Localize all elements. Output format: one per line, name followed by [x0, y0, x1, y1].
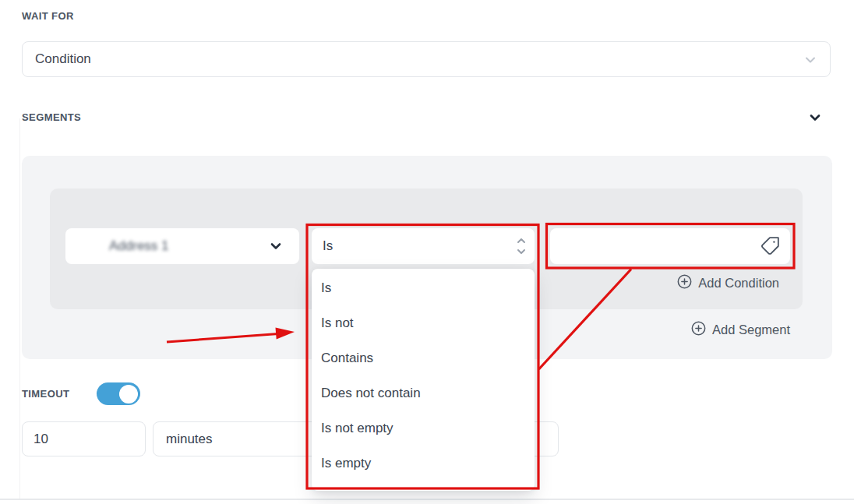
condition-value-field — [550, 228, 790, 264]
toggle-knob — [119, 385, 138, 404]
segments-label: SEGMENTS — [22, 111, 81, 123]
operator-option-does-not-contain[interactable]: Does not contain — [312, 375, 535, 411]
wait-for-selected-value: Condition — [35, 51, 91, 67]
condition-value-input[interactable] — [550, 228, 790, 264]
segments-collapse-chevron-down-icon[interactable] — [808, 111, 822, 128]
wait-for-select[interactable]: Condition — [22, 41, 831, 77]
plus-circle-icon — [691, 321, 706, 339]
operator-option-is-not[interactable]: Is not — [312, 305, 535, 340]
timeout-toggle[interactable] — [97, 382, 140, 405]
bottom-divider — [0, 499, 854, 500]
operator-option-is-empty[interactable]: Is empty — [312, 446, 535, 481]
tag-icon[interactable] — [759, 235, 781, 257]
section-left-border — [19, 118, 20, 499]
plus-circle-icon — [677, 274, 692, 292]
timeout-label: TIMEOUT — [22, 388, 69, 400]
add-condition-label: Add Condition — [698, 276, 779, 291]
timeout-value-input[interactable] — [23, 422, 145, 456]
wait-for-label: WAIT FOR — [22, 10, 74, 22]
timeout-unit-value: minutes — [166, 432, 213, 447]
operator-select[interactable]: Is — [312, 228, 535, 264]
operator-options-dropdown: Is Is not Contains Does not contain Is n… — [312, 269, 535, 491]
add-segment-button[interactable]: Add Segment — [691, 321, 790, 338]
operator-option-is[interactable]: Is — [312, 270, 535, 305]
add-condition-button[interactable]: Add Condition — [677, 274, 779, 291]
operator-option-contains[interactable]: Contains — [312, 340, 535, 375]
chevrons-up-down-icon — [516, 235, 527, 260]
field-selected-value: Address 1 — [109, 238, 169, 254]
operator-selected-value: Is — [323, 238, 333, 254]
add-segment-label: Add Segment — [712, 322, 790, 337]
wait-step-editor: WAIT FOR Condition SEGMENTS Address 1 Is — [0, 0, 854, 504]
chevron-down-icon — [803, 54, 817, 69]
timeout-value-field — [22, 421, 146, 456]
operator-option-is-not-empty[interactable]: Is not empty — [312, 411, 535, 446]
field-select[interactable]: Address 1 — [65, 228, 299, 264]
chevron-down-icon — [270, 241, 282, 255]
